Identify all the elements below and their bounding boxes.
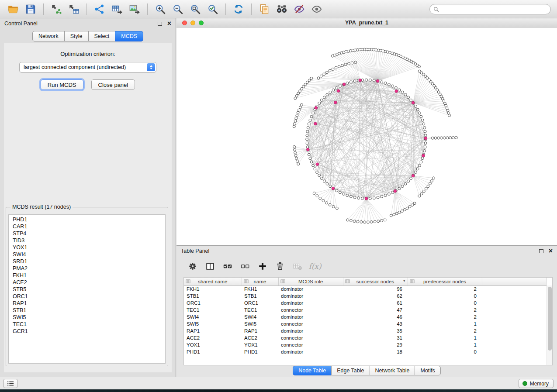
column-header-mcds-role[interactable]: MCDS role (278, 278, 343, 285)
table-row[interactable]: SWI4SWI4dominator462 (184, 313, 547, 320)
mcds-result-item[interactable]: CAR1 (9, 223, 165, 230)
mcds-result-item[interactable]: STB1 (9, 307, 165, 314)
panel-list-button[interactable] (3, 379, 17, 388)
copy-button[interactable] (256, 2, 273, 17)
column-header-filler (482, 278, 547, 285)
float-table-panel-icon[interactable] (539, 249, 543, 253)
table-row[interactable]: SWI5SWI5connector431 (184, 320, 547, 327)
table-row[interactable]: ACE2ACE2connector311 (184, 334, 547, 341)
close-panel-icon[interactable]: × (167, 21, 171, 26)
column-header-name[interactable]: name (242, 278, 278, 285)
mcds-result-item[interactable]: FKH1 (9, 272, 165, 279)
table-scrollbar[interactable] (547, 285, 552, 365)
table-scrollbar-thumb[interactable] (548, 287, 552, 351)
table-row[interactable]: TEC1TEC1connector472 (184, 306, 547, 313)
tab-motifs[interactable]: Motifs (415, 366, 440, 375)
network-window-titlebar[interactable]: YPA_prune.txt_1 (176, 18, 557, 28)
hide-button[interactable] (291, 2, 308, 17)
table-row[interactable]: PHD1PHD1dominator180 (184, 348, 547, 355)
run-mcds-button[interactable]: Run MCDS (41, 79, 83, 90)
tab-select[interactable]: Select (88, 31, 116, 41)
column-header-predecessor-nodes[interactable]: predecessor nodes (408, 278, 482, 285)
cell-shared_name: YOX1 (184, 341, 242, 348)
table-row[interactable]: RAP1RAP1dominator352 (184, 327, 547, 334)
tab-style[interactable]: Style (64, 31, 89, 41)
cell-shared_name: SWI5 (184, 320, 242, 327)
float-panel-icon[interactable] (158, 22, 162, 26)
deselect-all-button[interactable] (238, 259, 253, 273)
add-button[interactable] (255, 259, 270, 273)
search-box[interactable] (429, 4, 551, 14)
sort-icon (410, 279, 415, 285)
mcds-result-item[interactable]: SWI5 (9, 314, 165, 321)
import-table-button[interactable] (65, 2, 83, 17)
refresh-button[interactable] (230, 2, 247, 17)
mcds-result-item[interactable]: TEC1 (9, 321, 165, 328)
cell-filler (482, 306, 547, 313)
open-folder-button[interactable] (4, 2, 22, 17)
cell-name: TEC1 (242, 306, 278, 313)
zoom-fit-icon (190, 3, 201, 15)
zoom-out-button[interactable] (169, 2, 187, 17)
cell-predecessors: 1 (408, 334, 482, 341)
table-row[interactable]: FKH1FKH1dominator962 (184, 285, 547, 292)
close-table-panel-icon[interactable]: × (549, 249, 553, 253)
mcds-result-item[interactable]: PHD1 (9, 216, 165, 223)
tab-node-table[interactable]: Node Table (293, 366, 332, 375)
table-panel-tabs: Node TableEdge TableNetwork TableMotifs (176, 366, 557, 375)
zoom-fit-button[interactable] (187, 2, 204, 17)
fx-button: f(x) (308, 259, 322, 273)
mcds-result-item[interactable]: PMA2 (9, 265, 165, 272)
select-all-button[interactable] (220, 259, 235, 273)
node-table: shared namenameMCDS rolesuccessor nodes▾… (184, 278, 547, 355)
maximize-window-icon[interactable] (199, 21, 204, 25)
mcds-result-item[interactable]: YOX1 (9, 244, 165, 251)
table-row[interactable]: STB1STB1dominator620 (184, 292, 547, 299)
mcds-result-group: MCDS result (17 nodes) PHD1CAR1STP4TID3Y… (6, 204, 168, 366)
close-panel-button[interactable]: Close panel (91, 79, 135, 90)
mcds-result-item[interactable]: RAP1 (9, 300, 165, 307)
optimization-criterion-select[interactable]: largest connected component (undirected) (19, 62, 156, 72)
export-network-button[interactable] (91, 2, 108, 17)
mcds-result-item[interactable]: TID3 (9, 237, 165, 244)
mcds-result-item[interactable]: STB5 (9, 286, 165, 293)
minimize-window-icon[interactable] (190, 21, 195, 25)
cell-successors: 18 (343, 348, 408, 355)
table-row[interactable]: ORC1ORC1dominator610 (184, 299, 547, 306)
import-network-button[interactable] (48, 2, 65, 17)
tab-network-table[interactable]: Network Table (370, 366, 415, 375)
export-image-button[interactable] (126, 2, 143, 17)
mcds-result-item[interactable]: ORC1 (9, 293, 165, 300)
import-table-icon (68, 3, 80, 15)
memory-button[interactable]: Memory (519, 379, 554, 388)
mcds-result-item[interactable]: STP4 (9, 230, 165, 237)
tab-mcds[interactable]: MCDS (115, 31, 143, 41)
columns-button[interactable] (203, 259, 218, 273)
mcds-result-item[interactable]: SRD1 (9, 258, 165, 265)
disabled-table-button (290, 259, 305, 273)
mcds-result-item[interactable]: SWI4 (9, 251, 165, 258)
export-table-button[interactable] (108, 2, 126, 17)
save-icon (25, 3, 36, 15)
gear-button[interactable] (185, 259, 200, 273)
close-window-icon[interactable] (182, 21, 187, 25)
zoom-selected-button[interactable] (204, 2, 221, 17)
cell-name: SWI4 (242, 313, 278, 320)
table-row[interactable]: YOX1YOX1connector291 (184, 341, 547, 348)
zoom-in-button[interactable] (152, 2, 169, 17)
search-input[interactable] (442, 6, 547, 12)
network-canvas[interactable] (176, 28, 557, 245)
column-header-successor-nodes[interactable]: successor nodes▾ (343, 278, 408, 285)
delete-button[interactable] (273, 259, 287, 273)
tab-network[interactable]: Network (32, 31, 65, 41)
mcds-result-list[interactable]: PHD1CAR1STP4TID3YOX1SWI4SRD1PMA2FKH1ACE2… (8, 214, 166, 364)
right-area: YPA_prune.txt_1 Table Panel × f(x) (176, 18, 557, 377)
mcds-result-item[interactable]: ACE2 (9, 279, 165, 286)
show-button[interactable] (308, 2, 325, 17)
mcds-result-item[interactable]: GCR1 (9, 328, 165, 335)
tab-edge-table[interactable]: Edge Table (331, 366, 370, 375)
save-button[interactable] (22, 2, 39, 17)
cell-name: ORC1 (242, 299, 278, 306)
search-network-button[interactable] (273, 2, 291, 17)
column-header-shared-name[interactable]: shared name (184, 278, 242, 285)
